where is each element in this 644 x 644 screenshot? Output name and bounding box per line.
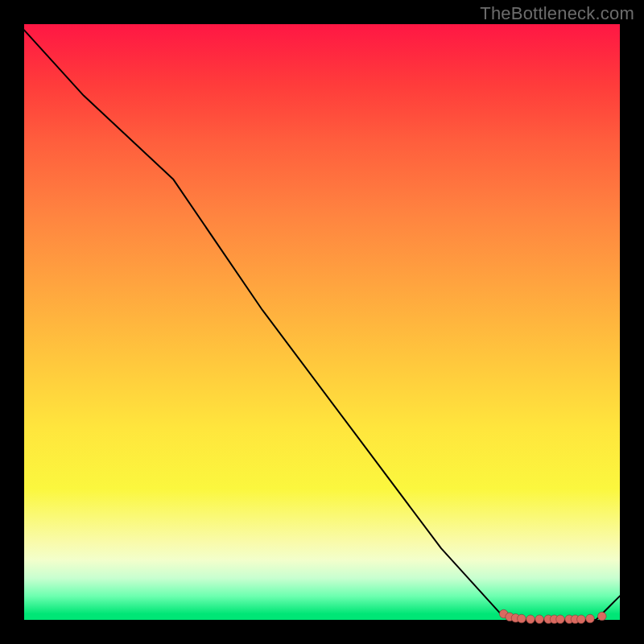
- bottleneck-curve: [24, 30, 620, 620]
- data-marker: [535, 615, 544, 624]
- chart-frame: TheBottleneck.com: [0, 0, 644, 644]
- data-marker: [577, 615, 586, 624]
- watermark-text: TheBottleneck.com: [480, 3, 634, 24]
- data-marker: [586, 614, 595, 623]
- data-marker: [598, 612, 607, 621]
- plot-area: [24, 24, 620, 620]
- chart-svg: [24, 24, 620, 620]
- data-marker: [526, 615, 535, 624]
- data-marker: [556, 615, 565, 624]
- marker-group: [499, 609, 606, 623]
- data-marker: [518, 614, 526, 623]
